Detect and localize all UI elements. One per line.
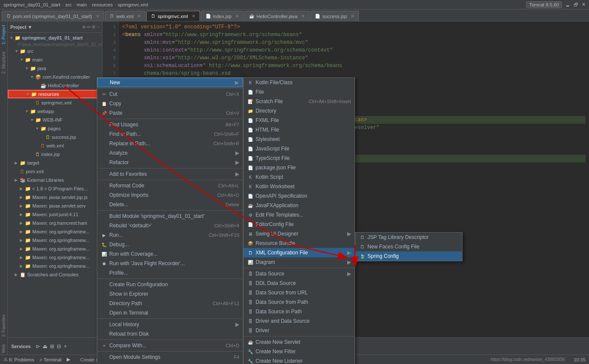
submenu-data-source-url[interactable]: 🗄 Data Source from URL: [244, 288, 355, 297]
xml-submenu-spring-config[interactable]: 🍃 Spring Config: [355, 251, 462, 261]
submenu-create-servlet[interactable]: ☕ Create New Servlet: [244, 337, 355, 347]
tab-index-jsp[interactable]: 📄 index.jsp ✕: [201, 11, 244, 21]
tree-item-index-jsp[interactable]: 🗒 index.jsp: [8, 150, 102, 159]
tree-item-src[interactable]: ▼ 📁 src: [8, 47, 102, 55]
menu-item-run-jfr[interactable]: ⏺ Run with 'Java Flight Recorder'...: [97, 259, 243, 268]
menu-item-directory-path[interactable]: Directory Path Ctrl+Alt+F12: [97, 299, 243, 308]
submenu-directory[interactable]: 📁 Directory: [244, 106, 355, 116]
submenu-xml-config[interactable]: 🗒 XML Configuration File ▶: [244, 248, 355, 257]
menu-item-create-run[interactable]: Create Run Configuration: [97, 280, 243, 289]
services-icon-1[interactable]: ⊳: [36, 343, 40, 349]
structure-tab[interactable]: 2: Structure: [0, 50, 7, 76]
submenu-pkg-json[interactable]: 📄 package.json File: [244, 163, 355, 172]
tree-item-pages[interactable]: ▼ 📁 pages: [8, 124, 102, 133]
tab-close-hello[interactable]: ✕: [301, 14, 305, 18]
menu-item-build[interactable]: Build Module 'springmvc_day01_01_start': [97, 211, 243, 221]
tree-item-main[interactable]: ▼ 📁 main: [8, 55, 102, 64]
services-icon-2[interactable]: ⏏: [43, 343, 47, 349]
tree-item-hello-controller[interactable]: ☕ HelloController: [8, 81, 102, 90]
services-icon-3[interactable]: ⊞: [50, 343, 54, 349]
tree-item-maven3[interactable]: ▶ 📁 Maven: junit:junit:4.11: [8, 210, 102, 219]
minimize-sidebar-icon[interactable]: −: [97, 24, 99, 29]
tree-item-java[interactable]: ▼ 📁 java: [8, 64, 102, 73]
services-icon-5[interactable]: +: [64, 343, 67, 349]
submenu-ddl-data-source[interactable]: 🗄 DDL Data Source: [244, 278, 355, 288]
tab-close-success[interactable]: ✕: [351, 14, 354, 18]
submenu-data-source-in-path[interactable]: 🗄 Data Source in Path: [244, 307, 355, 316]
tree-item-maven2[interactable]: ▶ 📁 Maven: javax.servlet:serv: [8, 202, 102, 210]
menu-item-rebuild[interactable]: Rebuild '<default>' Ctrl+Shift+9: [97, 221, 243, 230]
submenu-data-source-path[interactable]: 🗄 Data Source from Path: [244, 297, 355, 307]
menu-item-module-settings[interactable]: Open Module Settings F4: [97, 352, 243, 362]
menu-item-run[interactable]: ▶ Run... Ctrl+Shift+F10: [97, 230, 243, 240]
tree-item-scratches[interactable]: ▶ 📋 Scratches and Consoles: [8, 270, 102, 279]
menu-item-analyze[interactable]: Analyze ▶: [97, 148, 243, 158]
submenu-driver[interactable]: 🗄 Driver: [244, 326, 355, 335]
favorites-tab[interactable]: 2: Favorites: [0, 313, 7, 339]
menu-item-reformat[interactable]: Reformat Code Ctrl+Alt+L: [97, 181, 243, 190]
submenu-driver-data-source[interactable]: 🗄 Driver and Data Source: [244, 316, 355, 326]
tab-pom-xml[interactable]: 🗒 pom.xml (springmvc_day01_01_start) ✕: [2, 11, 104, 21]
menu-item-local-history[interactable]: Local History ▶: [97, 320, 243, 329]
bottom-tab-problems[interactable]: ⚠ 6: Problems: [3, 357, 34, 362]
tree-item-resources[interactable]: ▼ 📁 resources: [8, 90, 102, 98]
tree-item-project[interactable]: ▼ 📁 springmvc_day01_01_start: [8, 34, 102, 42]
settings-icon[interactable]: ⚙: [92, 24, 96, 29]
menu-item-reload[interactable]: Reload from Disk: [97, 329, 243, 339]
tab-hello-controller[interactable]: ☕ HelloController.java ✕: [244, 11, 309, 21]
tab-close-pom[interactable]: ✕: [96, 14, 99, 18]
submenu-editorconfig[interactable]: 📄 EditorConfig File: [244, 220, 355, 229]
submenu-diagram[interactable]: 📊 Diagram ▶: [244, 257, 355, 267]
tree-item-springmvc-xml[interactable]: 🗒 springmvc.xml: [8, 98, 102, 107]
submenu-kotlin-script[interactable]: K Kotlin Script: [244, 172, 355, 182]
maximize-icon[interactable]: 🗗: [574, 2, 578, 7]
tree-item-maven1[interactable]: ▶ 📁 Maven: javax.servlet.jsp.js: [8, 193, 102, 202]
menu-item-optimize[interactable]: Optimize Imports Ctrl+Alt+O: [97, 190, 243, 200]
expand-icon[interactable]: ⇔: [87, 24, 90, 29]
tab-close-springmvc[interactable]: ✕: [192, 14, 195, 18]
menu-item-debug[interactable]: 🐛 Debug...: [97, 240, 243, 249]
menu-item-find-usages[interactable]: Find Usages Alt+F7: [97, 120, 243, 129]
submenu-scratch[interactable]: 📝 Scratch File Ctrl+Alt+Shift+Insert: [244, 97, 355, 106]
tree-item-maven8[interactable]: ▶ 📁 Maven: org.springframew...: [8, 253, 102, 262]
menu-item-cut[interactable]: ✂ Cut Ctrl+X: [97, 89, 243, 99]
bottom-tab-run[interactable]: ▶: [67, 357, 70, 362]
tree-item-target[interactable]: ▶ 📁 target: [8, 159, 102, 167]
tree-item-maven9[interactable]: ▶ 📁 Maven: org.springframew...: [8, 262, 102, 270]
submenu-data-source[interactable]: 🗄 Data Source ▶: [244, 269, 355, 278]
menu-item-profile[interactable]: Profile...: [97, 268, 243, 278]
submenu-fxml[interactable]: 📄 FXML File: [244, 116, 355, 125]
tree-item-maven7[interactable]: ▶ 📁 Maven: org.springframew...: [8, 245, 102, 253]
menu-item-mark-directory[interactable]: Mark Directory as ▶: [97, 362, 243, 364]
tree-item-controller-pkg[interactable]: ▼ 📦 com.Keafmd.controller: [8, 73, 102, 81]
tab-success-jsp[interactable]: 📄 success.jsp ✕: [310, 11, 359, 21]
submenu-ts[interactable]: 📄 TypeScript File: [244, 153, 355, 163]
submenu-resource-bundle[interactable]: 📦 Resource Bundle: [244, 239, 355, 248]
locate-icon[interactable]: ⊕: [82, 24, 86, 29]
minimize-icon[interactable]: 🗕: [565, 2, 570, 7]
submenu-swing-ui[interactable]: 🖥 Swing UI Designer ▶: [244, 229, 355, 239]
tree-item-success-jsp[interactable]: 🗒 success.jsp: [8, 133, 102, 141]
bottom-tab-terminal[interactable]: > Terminal: [40, 357, 62, 362]
tree-item-jdk[interactable]: ▶ 📁 < 1.8 > D:\Program Files...: [8, 184, 102, 193]
tree-item-external-libs[interactable]: ▶ 📚 External Libraries: [8, 176, 102, 184]
menu-item-find-path[interactable]: Find in Path... Ctrl+Shift+F: [97, 129, 243, 139]
submenu-openapi[interactable]: 📄 OpenAPI Specification: [244, 191, 355, 201]
menu-item-paste[interactable]: 📌 Paste Ctrl+V: [97, 108, 243, 118]
submenu-js[interactable]: 📄 JavaScript File: [244, 144, 355, 153]
tree-item-webapp[interactable]: ▼ 📁 webapp: [8, 107, 102, 116]
web-tab[interactable]: Web: [0, 343, 7, 355]
menu-item-show-explorer[interactable]: Show in Explorer: [97, 289, 243, 299]
tab-close-index[interactable]: ✕: [235, 14, 239, 18]
close-icon[interactable]: ✕: [582, 2, 586, 7]
tab-springmvc-xml[interactable]: 🗒 springmvc.xml ✕: [146, 11, 200, 21]
submenu-javafx[interactable]: ☕ JavaFXApplication: [244, 201, 355, 210]
project-tab[interactable]: 1: Project: [0, 23, 7, 46]
menu-item-delete[interactable]: Delete... Delete: [97, 200, 243, 209]
tree-item-maven6[interactable]: ▶ 📁 Maven: org.springframew...: [8, 236, 102, 245]
tab-web-xml[interactable]: 🗒 web.xml ✕: [105, 11, 145, 21]
submenu-create-listener[interactable]: 🔧 Create New Listener: [244, 356, 355, 364]
tree-item-webinf[interactable]: ▼ 📁 WEB-INF: [8, 116, 102, 124]
xml-submenu-faces[interactable]: 🗒 New Faces Config File: [355, 242, 462, 251]
menu-item-new[interactable]: New ▶: [97, 78, 243, 87]
